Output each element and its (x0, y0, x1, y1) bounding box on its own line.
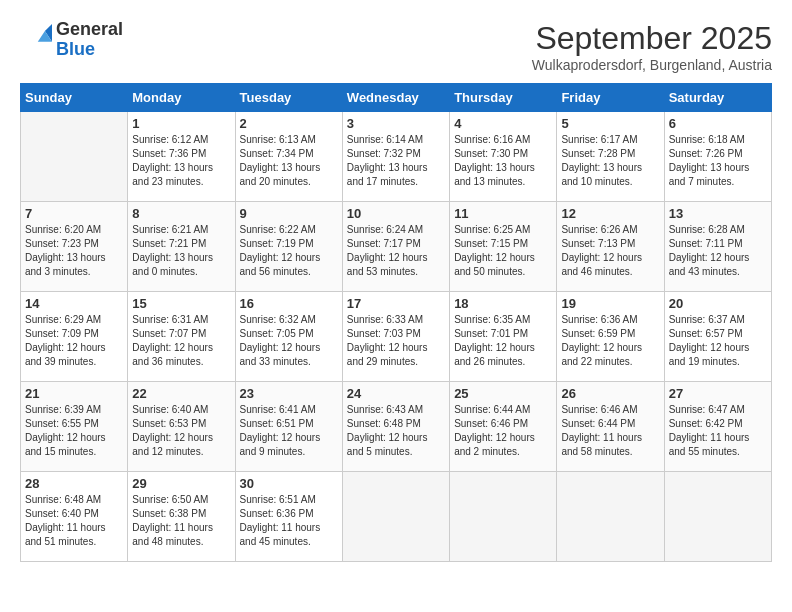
logo-icon (20, 24, 52, 56)
page-header: General Blue September 2025 Wulkaproders… (20, 20, 772, 73)
day-info: Sunrise: 6:22 AMSunset: 7:19 PMDaylight:… (240, 223, 338, 279)
day-info: Sunrise: 6:16 AMSunset: 7:30 PMDaylight:… (454, 133, 552, 189)
calendar-week-row: 14Sunrise: 6:29 AMSunset: 7:09 PMDayligh… (21, 292, 772, 382)
calendar-cell: 21Sunrise: 6:39 AMSunset: 6:55 PMDayligh… (21, 382, 128, 472)
calendar-week-row: 21Sunrise: 6:39 AMSunset: 6:55 PMDayligh… (21, 382, 772, 472)
day-number: 5 (561, 116, 659, 131)
calendar-cell: 3Sunrise: 6:14 AMSunset: 7:32 PMDaylight… (342, 112, 449, 202)
calendar-cell: 23Sunrise: 6:41 AMSunset: 6:51 PMDayligh… (235, 382, 342, 472)
calendar-cell: 12Sunrise: 6:26 AMSunset: 7:13 PMDayligh… (557, 202, 664, 292)
day-info: Sunrise: 6:31 AMSunset: 7:07 PMDaylight:… (132, 313, 230, 369)
day-info: Sunrise: 6:24 AMSunset: 7:17 PMDaylight:… (347, 223, 445, 279)
day-info: Sunrise: 6:35 AMSunset: 7:01 PMDaylight:… (454, 313, 552, 369)
day-number: 18 (454, 296, 552, 311)
day-number: 29 (132, 476, 230, 491)
day-number: 6 (669, 116, 767, 131)
day-number: 17 (347, 296, 445, 311)
day-info: Sunrise: 6:43 AMSunset: 6:48 PMDaylight:… (347, 403, 445, 459)
calendar-cell (450, 472, 557, 562)
day-number: 24 (347, 386, 445, 401)
calendar-cell: 26Sunrise: 6:46 AMSunset: 6:44 PMDayligh… (557, 382, 664, 472)
calendar-week-row: 1Sunrise: 6:12 AMSunset: 7:36 PMDaylight… (21, 112, 772, 202)
day-info: Sunrise: 6:39 AMSunset: 6:55 PMDaylight:… (25, 403, 123, 459)
day-info: Sunrise: 6:33 AMSunset: 7:03 PMDaylight:… (347, 313, 445, 369)
calendar-cell: 11Sunrise: 6:25 AMSunset: 7:15 PMDayligh… (450, 202, 557, 292)
calendar-cell: 22Sunrise: 6:40 AMSunset: 6:53 PMDayligh… (128, 382, 235, 472)
day-info: Sunrise: 6:21 AMSunset: 7:21 PMDaylight:… (132, 223, 230, 279)
day-number: 2 (240, 116, 338, 131)
weekday-header-wednesday: Wednesday (342, 84, 449, 112)
day-info: Sunrise: 6:50 AMSunset: 6:38 PMDaylight:… (132, 493, 230, 549)
calendar-cell: 25Sunrise: 6:44 AMSunset: 6:46 PMDayligh… (450, 382, 557, 472)
weekday-header-row: SundayMondayTuesdayWednesdayThursdayFrid… (21, 84, 772, 112)
calendar-cell: 29Sunrise: 6:50 AMSunset: 6:38 PMDayligh… (128, 472, 235, 562)
calendar-cell: 2Sunrise: 6:13 AMSunset: 7:34 PMDaylight… (235, 112, 342, 202)
calendar-cell: 17Sunrise: 6:33 AMSunset: 7:03 PMDayligh… (342, 292, 449, 382)
day-number: 9 (240, 206, 338, 221)
day-info: Sunrise: 6:51 AMSunset: 6:36 PMDaylight:… (240, 493, 338, 549)
day-number: 4 (454, 116, 552, 131)
calendar-cell: 8Sunrise: 6:21 AMSunset: 7:21 PMDaylight… (128, 202, 235, 292)
month-title: September 2025 (532, 20, 772, 57)
day-number: 12 (561, 206, 659, 221)
day-number: 22 (132, 386, 230, 401)
day-info: Sunrise: 6:20 AMSunset: 7:23 PMDaylight:… (25, 223, 123, 279)
day-info: Sunrise: 6:17 AMSunset: 7:28 PMDaylight:… (561, 133, 659, 189)
day-number: 27 (669, 386, 767, 401)
calendar-cell: 15Sunrise: 6:31 AMSunset: 7:07 PMDayligh… (128, 292, 235, 382)
day-info: Sunrise: 6:46 AMSunset: 6:44 PMDaylight:… (561, 403, 659, 459)
day-number: 20 (669, 296, 767, 311)
day-info: Sunrise: 6:28 AMSunset: 7:11 PMDaylight:… (669, 223, 767, 279)
weekday-header-monday: Monday (128, 84, 235, 112)
calendar-cell: 28Sunrise: 6:48 AMSunset: 6:40 PMDayligh… (21, 472, 128, 562)
day-number: 28 (25, 476, 123, 491)
day-number: 7 (25, 206, 123, 221)
calendar-week-row: 28Sunrise: 6:48 AMSunset: 6:40 PMDayligh… (21, 472, 772, 562)
day-number: 14 (25, 296, 123, 311)
day-info: Sunrise: 6:29 AMSunset: 7:09 PMDaylight:… (25, 313, 123, 369)
day-info: Sunrise: 6:36 AMSunset: 6:59 PMDaylight:… (561, 313, 659, 369)
day-number: 21 (25, 386, 123, 401)
calendar-cell: 27Sunrise: 6:47 AMSunset: 6:42 PMDayligh… (664, 382, 771, 472)
calendar-cell: 9Sunrise: 6:22 AMSunset: 7:19 PMDaylight… (235, 202, 342, 292)
calendar-cell: 7Sunrise: 6:20 AMSunset: 7:23 PMDaylight… (21, 202, 128, 292)
calendar-cell: 14Sunrise: 6:29 AMSunset: 7:09 PMDayligh… (21, 292, 128, 382)
calendar-cell (342, 472, 449, 562)
calendar-table: SundayMondayTuesdayWednesdayThursdayFrid… (20, 83, 772, 562)
day-info: Sunrise: 6:25 AMSunset: 7:15 PMDaylight:… (454, 223, 552, 279)
day-number: 13 (669, 206, 767, 221)
logo: General Blue (20, 20, 123, 60)
calendar-cell: 18Sunrise: 6:35 AMSunset: 7:01 PMDayligh… (450, 292, 557, 382)
day-number: 23 (240, 386, 338, 401)
day-number: 26 (561, 386, 659, 401)
weekday-header-friday: Friday (557, 84, 664, 112)
day-info: Sunrise: 6:14 AMSunset: 7:32 PMDaylight:… (347, 133, 445, 189)
day-info: Sunrise: 6:32 AMSunset: 7:05 PMDaylight:… (240, 313, 338, 369)
calendar-cell: 20Sunrise: 6:37 AMSunset: 6:57 PMDayligh… (664, 292, 771, 382)
weekday-header-tuesday: Tuesday (235, 84, 342, 112)
day-number: 3 (347, 116, 445, 131)
calendar-cell: 5Sunrise: 6:17 AMSunset: 7:28 PMDaylight… (557, 112, 664, 202)
calendar-cell (21, 112, 128, 202)
weekday-header-thursday: Thursday (450, 84, 557, 112)
calendar-cell (664, 472, 771, 562)
day-info: Sunrise: 6:13 AMSunset: 7:34 PMDaylight:… (240, 133, 338, 189)
day-number: 1 (132, 116, 230, 131)
calendar-cell: 6Sunrise: 6:18 AMSunset: 7:26 PMDaylight… (664, 112, 771, 202)
day-info: Sunrise: 6:41 AMSunset: 6:51 PMDaylight:… (240, 403, 338, 459)
day-number: 15 (132, 296, 230, 311)
day-number: 10 (347, 206, 445, 221)
calendar-cell: 30Sunrise: 6:51 AMSunset: 6:36 PMDayligh… (235, 472, 342, 562)
day-number: 8 (132, 206, 230, 221)
day-info: Sunrise: 6:40 AMSunset: 6:53 PMDaylight:… (132, 403, 230, 459)
day-number: 16 (240, 296, 338, 311)
logo-text: General Blue (56, 20, 123, 60)
calendar-cell: 10Sunrise: 6:24 AMSunset: 7:17 PMDayligh… (342, 202, 449, 292)
calendar-cell (557, 472, 664, 562)
day-number: 30 (240, 476, 338, 491)
day-number: 25 (454, 386, 552, 401)
day-info: Sunrise: 6:26 AMSunset: 7:13 PMDaylight:… (561, 223, 659, 279)
calendar-cell: 13Sunrise: 6:28 AMSunset: 7:11 PMDayligh… (664, 202, 771, 292)
weekday-header-saturday: Saturday (664, 84, 771, 112)
location-subtitle: Wulkaprodersdorf, Burgenland, Austria (532, 57, 772, 73)
